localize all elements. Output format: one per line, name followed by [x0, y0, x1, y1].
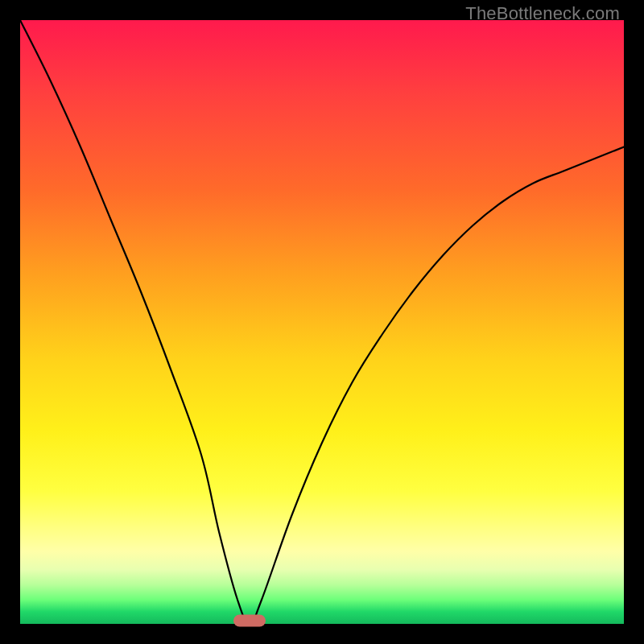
chart-frame: TheBottleneck.com — [0, 0, 644, 644]
plot-area — [20, 20, 624, 624]
optimal-point-marker — [233, 615, 266, 627]
watermark-text: TheBottleneck.com — [465, 3, 620, 24]
bottleneck-curve — [20, 20, 624, 624]
